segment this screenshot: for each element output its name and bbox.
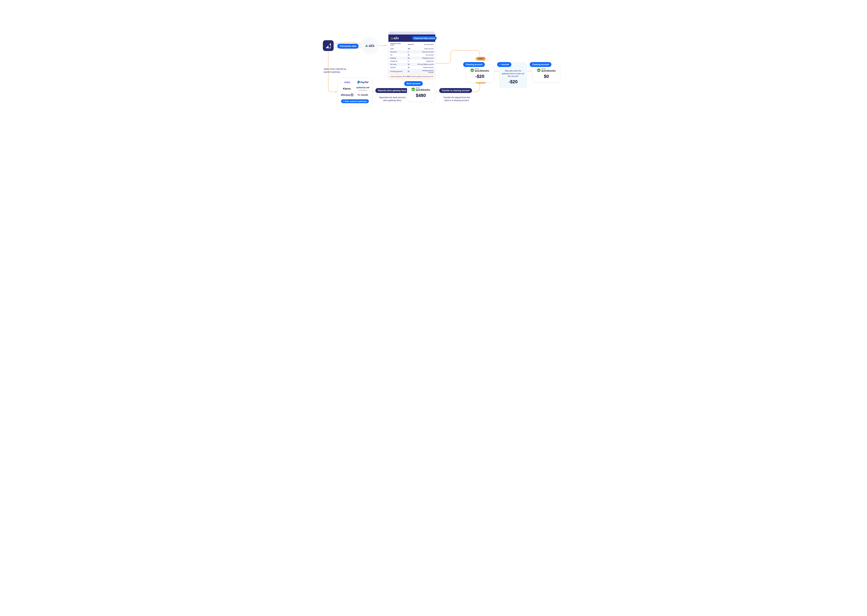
entries-table: TRANSACTION TYPE AMOUNT GL ACCOUNT Sales… xyxy=(388,42,435,74)
clearing-quickbooks-card-2: qb INTUITquickbooks $0 xyxy=(532,65,560,82)
transfer-pill: Transfer to clearing account xyxy=(439,88,472,93)
table-row: Gift cards$$Gift card liability account xyxy=(388,63,435,66)
payment-gateways-card: stripe PayPal Klarna. authorize.net A Vi… xyxy=(338,78,372,106)
a2x-logo-circle: a2x xyxy=(362,38,377,53)
table-row: Sales$$$Sales account xyxy=(388,47,435,50)
a2x-logo: a2x xyxy=(391,36,399,40)
bank-amount: $480 xyxy=(409,93,432,98)
table-row: Tax$$Tax account xyxy=(388,53,435,57)
final-amount: $0 xyxy=(535,74,558,79)
sezzle-logo: sezzle xyxy=(358,93,368,96)
a2x-entries-window: a2x Organized daily entries TRANSACTION … xyxy=(388,31,435,79)
journal-amount: -$20 xyxy=(501,79,525,85)
bigcommerce-logo xyxy=(323,40,334,51)
sales-funds-caption: Sales funds collected by payment gateway xyxy=(324,68,348,74)
deposits-pill: Deposits (less gateway fees) xyxy=(375,88,408,93)
paypal-logo: PayPal xyxy=(357,81,369,84)
bank-quickbooks-card: qb INTUITquickbooks $480 xyxy=(407,84,435,101)
gateway-offset-row: Payment gateway offset -$500 Payment gat… xyxy=(388,75,435,79)
window-titlebar xyxy=(388,32,435,35)
journal-caption: Manually enter the gateway fees to clear… xyxy=(502,69,525,78)
stripe-logo: stripe xyxy=(344,81,350,83)
clearing-account-pill-2: Clearing account xyxy=(530,62,551,67)
clearing-quickbooks-card-1: qb INTUITquickbooks -$20 xyxy=(466,65,494,82)
transfer-caption: Transfer the deposit from thebank to a c… xyxy=(441,96,472,102)
organized-entries-pill: Organized daily entries xyxy=(412,36,437,40)
quickbooks-logo: qb INTUITquickbooks xyxy=(409,88,432,91)
transaction-data-pill: Transaction data xyxy=(337,44,358,49)
table-row: Refunds$$Refund account xyxy=(388,66,435,69)
table-row: Pending payments$$Pending payment accoun… xyxy=(388,69,435,74)
bank-account-pill: Bank account xyxy=(404,81,423,86)
table-row: Shopify fee$Shopify fee xyxy=(388,60,435,63)
clearing-account-pill-1: Clearing account xyxy=(463,62,485,67)
deposits-caption: Deposited into bank account(less gateway… xyxy=(377,96,407,102)
quickbooks-logo: qb INTUITquickbooks xyxy=(535,69,558,72)
debit-tag: DEBIT xyxy=(476,57,485,61)
authorizenet-logo: authorize.net A Visa Solution xyxy=(357,86,369,91)
table-row: Shipping$$Shipping account xyxy=(388,57,435,60)
clearing-amount: -$20 xyxy=(468,74,492,79)
afterpay-logo: afterpay xyxy=(341,93,353,96)
quickbooks-logo: qb INTUITquickbooks xyxy=(468,69,492,72)
table-row: Discounts$Discount account xyxy=(388,50,435,53)
klarna-logo: Klarna. xyxy=(343,87,351,90)
other-gateways-pill: + Other payment gateways xyxy=(341,99,369,103)
plus-journal-pill: + Journal xyxy=(497,62,511,67)
